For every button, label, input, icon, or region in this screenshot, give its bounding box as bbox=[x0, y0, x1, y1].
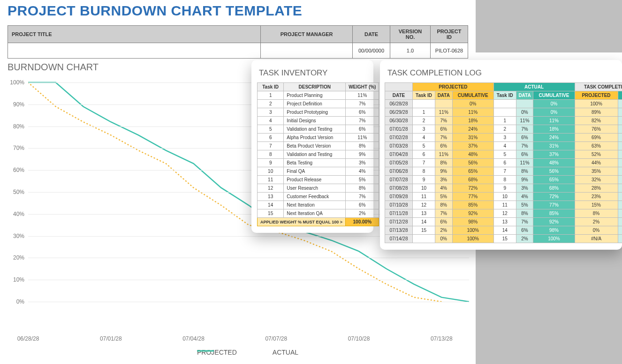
log-a-id: 3 bbox=[493, 134, 516, 142]
log-tc-a: 69.0% bbox=[618, 142, 622, 150]
log-a-data: 0% bbox=[516, 108, 533, 117]
log-a-data: 4% bbox=[516, 193, 533, 201]
table-row: 6Alpha Product Version11% bbox=[258, 134, 379, 142]
y-tick: 60% bbox=[8, 167, 24, 173]
log-p-data: 3% bbox=[435, 176, 453, 184]
log-a-cum: 48% bbox=[533, 159, 575, 167]
log-p-data: 7% bbox=[435, 209, 453, 218]
log-tc-p: 2% bbox=[575, 218, 618, 226]
log-date: 07/08/28 bbox=[385, 184, 413, 193]
task-id: 11 bbox=[258, 176, 284, 184]
task-weight: 3% bbox=[346, 159, 379, 167]
log-sub-header: DATE bbox=[385, 91, 413, 100]
log-tc-a: 2.0% bbox=[618, 226, 622, 235]
log-tc-a: 35.0% bbox=[618, 176, 622, 184]
meta-cell[interactable]: PILOT-0628 bbox=[431, 43, 468, 59]
log-p-cum: 18% bbox=[452, 117, 493, 125]
log-a-data bbox=[516, 100, 533, 108]
log-sub-header: CUMULATIVE bbox=[452, 91, 493, 100]
meta-cell[interactable]: 00/00/0000 bbox=[353, 43, 390, 59]
task-id: 6 bbox=[258, 134, 284, 142]
log-group-blank bbox=[385, 83, 413, 91]
inv-header: Task ID bbox=[258, 83, 284, 91]
task-inventory-table: Task IDDESCRIPTIONWEIGHT (%) 1Product Pl… bbox=[257, 82, 379, 226]
log-p-id: 3 bbox=[413, 125, 435, 134]
log-p-id: 4 bbox=[413, 134, 435, 142]
table-row: 06/28/280%0%100%100% bbox=[385, 100, 622, 108]
log-p-id: 2 bbox=[413, 117, 435, 125]
log-p-cum: 24% bbox=[452, 125, 493, 134]
log-date: 06/30/28 bbox=[385, 117, 413, 125]
task-id: 5 bbox=[258, 125, 284, 134]
log-p-cum: 98% bbox=[452, 218, 493, 226]
task-weight: 6% bbox=[346, 201, 379, 209]
table-row: 10Final QA4% bbox=[258, 167, 379, 176]
x-tick: 06/28/28 bbox=[17, 335, 39, 342]
table-row: 07/04/28611%48%56%37%52%63.0% bbox=[385, 150, 622, 159]
task-id: 1 bbox=[258, 91, 284, 100]
log-tc-a: 15.0% bbox=[618, 209, 622, 218]
log-p-cum: 100% bbox=[452, 235, 493, 243]
log-a-cum: 0% bbox=[533, 100, 575, 108]
log-a-id: 11 bbox=[493, 201, 516, 209]
log-p-cum: 92% bbox=[452, 209, 493, 218]
y-tick: 50% bbox=[8, 189, 24, 195]
task-weight: 8% bbox=[346, 142, 379, 150]
log-a-id: 7 bbox=[493, 167, 516, 176]
log-p-cum: 11% bbox=[452, 108, 493, 117]
meta-header: PROJECT TITLE bbox=[8, 26, 261, 43]
meta-cell[interactable] bbox=[261, 43, 353, 59]
log-a-cum: 37% bbox=[533, 150, 575, 159]
task-weight: 7% bbox=[346, 117, 379, 125]
task-desc: Beta Testing bbox=[284, 159, 346, 167]
log-a-cum: 92% bbox=[533, 218, 575, 226]
table-row: 07/05/2878%56%611%48%44%52.0% bbox=[385, 159, 622, 167]
y-tick: 90% bbox=[8, 101, 24, 108]
log-a-cum: 77% bbox=[533, 201, 575, 209]
table-row: 07/01/2836%24%27%18%76%82.0% bbox=[385, 125, 622, 134]
log-p-id: 13 bbox=[413, 209, 435, 218]
task-weight: 5% bbox=[346, 176, 379, 184]
table-row: 5Validation and Testing6% bbox=[258, 125, 379, 134]
log-a-data: 9% bbox=[516, 176, 533, 184]
table-row: 1Product Planning11% bbox=[258, 91, 379, 100]
log-tc-p: 35% bbox=[575, 167, 618, 176]
log-a-cum: 100% bbox=[533, 235, 575, 243]
log-a-id bbox=[493, 100, 516, 108]
log-date: 07/02/28 bbox=[385, 134, 413, 142]
log-a-id: 15 bbox=[493, 235, 516, 243]
task-id: 9 bbox=[258, 159, 284, 167]
table-row: 14Next Iteration6% bbox=[258, 201, 379, 209]
log-p-id: 8 bbox=[413, 167, 435, 176]
meta-header: DATE bbox=[353, 26, 390, 43]
table-row: 12User Research8% bbox=[258, 184, 379, 193]
task-weight: 11% bbox=[346, 91, 379, 100]
log-tc-a: 28.0% bbox=[618, 193, 622, 201]
log-a-cum: 0% bbox=[533, 108, 575, 117]
table-row: 9Beta Testing3% bbox=[258, 159, 379, 167]
log-p-id: 1 bbox=[413, 108, 435, 117]
meta-cell[interactable] bbox=[8, 43, 261, 59]
y-tick: 30% bbox=[8, 233, 24, 239]
log-p-cum: 85% bbox=[452, 201, 493, 209]
log-tc-a: 44.0% bbox=[618, 167, 622, 176]
table-row: 15Next Iteration QA2% bbox=[258, 209, 379, 218]
log-sub-header: DATA bbox=[435, 91, 453, 100]
table-row: 11Product Release5% bbox=[258, 176, 379, 184]
meta-cell[interactable]: 1.0 bbox=[390, 43, 431, 59]
log-a-data: 8% bbox=[516, 209, 533, 218]
log-a-id: 12 bbox=[493, 209, 516, 218]
task-completion-log-card: TASK COMPLETION LOG PROJECTEDACTUALTASK … bbox=[380, 60, 622, 250]
log-tc-a: 82.0% bbox=[618, 125, 622, 134]
task-weight: 11% bbox=[346, 134, 379, 142]
log-a-id bbox=[493, 108, 516, 117]
task-weight: 7% bbox=[346, 193, 379, 201]
task-desc: Next Iteration bbox=[284, 201, 346, 209]
log-p-id: 10 bbox=[413, 184, 435, 193]
task-id: 2 bbox=[258, 100, 284, 108]
log-p-data: 7% bbox=[435, 134, 453, 142]
x-tick: 07/10/28 bbox=[348, 335, 370, 342]
log-a-data: 6% bbox=[516, 134, 533, 142]
table-row: 7Beta Product Version8% bbox=[258, 142, 379, 150]
log-p-id: 7 bbox=[413, 159, 435, 167]
